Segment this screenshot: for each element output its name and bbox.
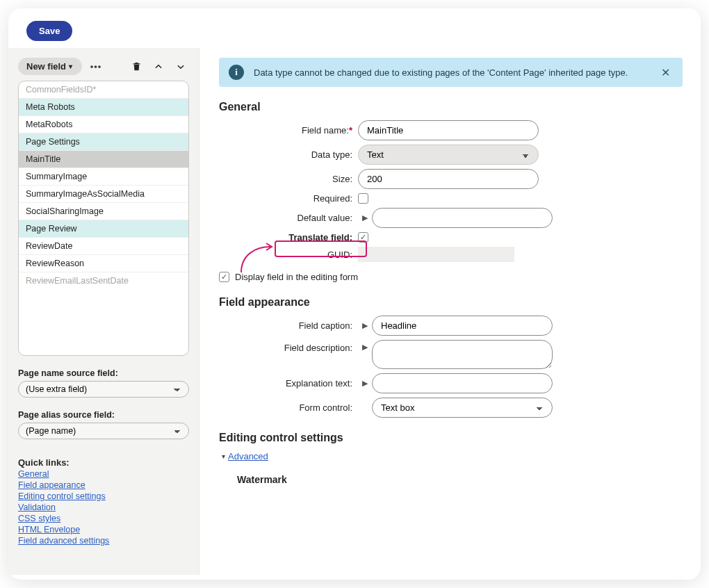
field-description-textarea[interactable] [372,340,553,369]
alert-text: Data type cannot be changed due to exist… [254,67,628,78]
annotation-arrow [234,241,276,276]
page-name-source-label: Page name source field: [18,368,189,378]
default-value-input[interactable] [372,208,553,228]
quick-link[interactable]: Editing control settings [18,491,106,501]
info-alert: i Data type cannot be changed due to exi… [219,58,683,87]
field-list-item[interactable]: Page Review [19,220,188,238]
field-list-item[interactable]: Meta Robots [19,99,188,116]
delete-field-button[interactable] [128,58,145,75]
form-control-select[interactable]: Text box [372,398,553,418]
size-input[interactable] [358,169,539,189]
description-expand-caret[interactable]: ▶ [358,340,372,352]
quick-link[interactable]: Field appearance [18,480,85,490]
field-description-label: Field description: [219,340,358,353]
quick-links: GeneralField appearanceEditing control s… [18,469,189,546]
explanation-text-label: Explanation text: [219,378,358,389]
trash-icon [131,61,142,72]
alert-close-button[interactable]: ✕ [658,66,673,79]
advanced-link[interactable]: Advanced [228,451,268,462]
page-alias-source-label: Page alias source field: [18,410,189,420]
quick-links-heading: Quick links: [18,457,189,468]
new-field-label: New field [26,61,66,72]
annotation-highlight [275,240,367,257]
field-list: CommonFieldsID*Meta RobotsMetaRobotsPage… [18,81,189,356]
explanation-expand-caret[interactable]: ▶ [358,379,372,388]
section-general-heading: General [219,101,683,113]
data-type-select[interactable]: Text [358,145,539,165]
more-options-button[interactable]: ••• [88,58,104,75]
advanced-toggle[interactable]: ▾ Advanced [222,451,683,462]
caret-down-icon: ▾ [222,452,225,460]
section-appearance-heading: Field appearance [219,296,683,309]
required-checkbox[interactable] [358,193,368,204]
default-value-label: Default value: [219,213,358,223]
field-list-item[interactable]: CommonFieldsID* [19,81,188,99]
field-list-item[interactable]: MainTitle [19,151,188,168]
caption-expand-caret[interactable]: ▶ [358,321,372,330]
required-label: Required: [219,193,358,204]
field-list-item[interactable]: Page Settings [19,133,188,151]
field-caption-label: Field caption: [219,320,358,331]
chevron-up-icon [154,62,163,72]
ellipsis-icon: ••• [90,61,102,72]
field-caption-input[interactable] [372,316,553,336]
quick-link[interactable]: CSS styles [18,514,60,523]
quick-link[interactable]: HTML Envelope [18,525,80,534]
page-name-source-select[interactable]: (Use extra field) [18,381,189,398]
chevron-down-icon [176,62,186,72]
field-list-item[interactable]: SummaryImageAsSocialMedia [19,186,188,203]
quick-link[interactable]: Field advanced settings [18,536,109,546]
save-button[interactable]: Save [26,21,72,41]
default-expand-caret[interactable]: ▶ [358,213,372,222]
main-panel: i Data type cannot be changed due to exi… [199,48,701,575]
explanation-text-input[interactable] [372,373,553,393]
new-field-button[interactable]: New field ▾ [18,58,82,75]
guid-value [358,247,514,262]
field-list-item[interactable]: ReviewReason [19,255,188,272]
info-icon: i [229,65,244,80]
field-list-item[interactable]: ReviewDate [19,238,188,255]
section-editing-heading: Editing control settings [219,432,683,444]
chevron-down-icon: ▾ [69,63,72,70]
close-icon: ✕ [661,67,670,79]
display-field-checkbox[interactable]: ✓ [219,272,229,282]
quick-link[interactable]: General [18,469,49,479]
field-list-item[interactable]: SummaryImage [19,168,188,186]
field-list-item[interactable]: SocialSharingImage [19,203,188,220]
section-watermark-heading: Watermark [237,474,683,485]
form-control-label: Form control: [219,402,358,413]
field-name-label: Field name:* [219,125,358,136]
quick-link[interactable]: Validation [18,503,56,512]
field-name-input[interactable] [358,120,539,140]
size-label: Size: [219,174,358,184]
data-type-label: Data type: [219,149,358,160]
page-alias-source-select[interactable]: (Page name) [18,423,189,439]
move-up-button[interactable] [150,58,167,75]
move-down-button[interactable] [172,58,189,75]
field-list-item[interactable]: MetaRobots [19,116,188,133]
sidebar: New field ▾ ••• CommonFieldsID*Meta Robo… [8,48,199,575]
field-list-item[interactable]: ReviewEmailLastSentDate [19,272,188,355]
